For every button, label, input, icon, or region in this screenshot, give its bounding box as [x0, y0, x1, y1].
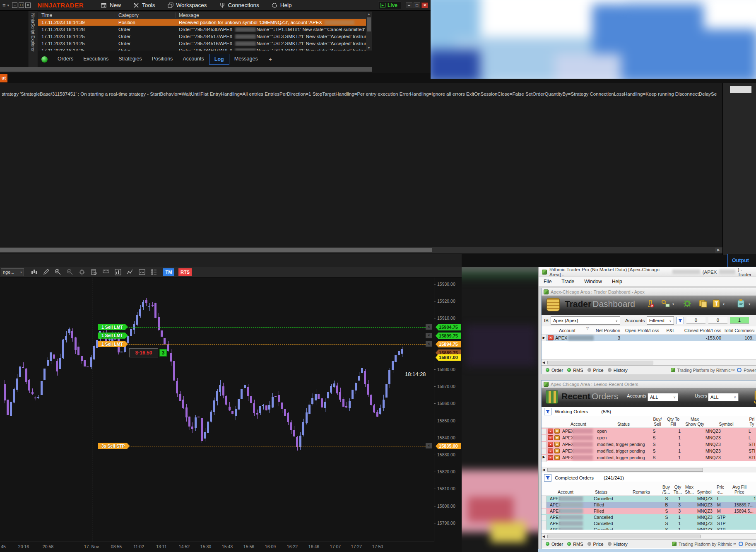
log-row[interactable]: 17.11.2023 18:14:25OrderOrder='795784517… [38, 33, 366, 40]
interval-dropdown[interactable]: nge... ▾ [1, 268, 24, 276]
tm-button[interactable]: TM [163, 268, 174, 276]
modify-order-icon[interactable]: M [554, 455, 560, 460]
scroll-left-icon[interactable]: ◀ [542, 535, 545, 538]
gear-icon[interactable] [682, 299, 692, 308]
order-label[interactable]: 1 Sell LMT [98, 333, 128, 339]
col-closed-pl[interactable]: Closed Profit/Loss [680, 328, 721, 333]
copy-folders-icon[interactable] [698, 299, 708, 308]
zoom-in-icon[interactable] [54, 268, 62, 276]
order-label[interactable]: 3s Sell STP [98, 443, 130, 449]
indicator-panel-icon[interactable] [114, 268, 122, 276]
close-button-left[interactable]: × [25, 2, 31, 8]
maximize-button[interactable]: □ [414, 2, 420, 8]
tab-messages[interactable]: Messages [229, 54, 263, 65]
working-order-row[interactable]: ×MAPEXopenS1MNQZ3L [542, 428, 756, 434]
list-properties-icon[interactable] [150, 268, 158, 276]
output-tab[interactable]: Output [727, 254, 756, 267]
cancel-order-icon[interactable]: × [426, 341, 432, 347]
close-button[interactable]: × [421, 2, 428, 8]
time-axis[interactable] [0, 542, 434, 542]
order-label[interactable]: 1 Sell LMT [98, 341, 128, 347]
text-doc-icon[interactable] [711, 299, 721, 308]
column-header[interactable]: Account [562, 422, 595, 427]
working-hscrollbar[interactable]: ◀ [542, 467, 756, 472]
menu-trade[interactable]: Trade [561, 279, 574, 284]
cancel-order-icon[interactable]: × [548, 455, 553, 460]
menu-tools[interactable]: Tools [133, 2, 155, 8]
tab-log[interactable]: Log [209, 54, 229, 65]
line-tool-icon[interactable] [126, 268, 134, 276]
menu-window[interactable]: Window [584, 279, 602, 284]
cancel-order-icon[interactable]: × [548, 435, 553, 440]
modify-order-icon[interactable]: M [554, 435, 560, 440]
cancel-order-icon[interactable]: × [548, 442, 553, 447]
working-order-row[interactable]: ×MAPEXmodified, trigger pendingS1MNQZ3ST… [542, 441, 756, 448]
scroll-thumb[interactable] [547, 361, 653, 364]
ninjascript-explorer-strip[interactable]: NinjaScript Explorer [29, 11, 38, 67]
cancel-order-icon[interactable]: × [426, 443, 432, 448]
system-menu-icon[interactable]: ≡ [2, 2, 6, 8]
chevron-down-icon[interactable]: ▾ [749, 302, 750, 306]
column-time[interactable]: Time [38, 12, 115, 18]
tab-positions[interactable]: Positions [147, 54, 178, 65]
column-category[interactable]: Category [115, 12, 176, 18]
column-header[interactable]: Max Sh... [683, 485, 696, 494]
unrealized-pnl-box[interactable]: $-16.50 [129, 348, 158, 357]
log-row[interactable]: 17.11.2023 18:14:28OrderOrder='795784530… [38, 26, 366, 33]
accounts-filter-select[interactable]: Filtered∨ [647, 316, 674, 325]
account-row[interactable]: ▶ × APEX 3 -153.00 109. [542, 335, 756, 341]
working-order-row[interactable]: ×MAPEXmodified, trigger pendingS1MNQZ3ST… [542, 448, 756, 454]
order-label[interactable]: 1 Sell LMT [98, 324, 128, 330]
col-pl[interactable]: P&L [663, 328, 678, 333]
keys-icon[interactable] [661, 299, 671, 308]
tab-accounts[interactable]: Accounts [178, 54, 209, 65]
scroll-thumb[interactable] [367, 17, 371, 31]
column-header[interactable]: Pri Ty [748, 417, 756, 427]
cancel-order-icon[interactable]: × [548, 448, 553, 453]
column-header[interactable]: Status [607, 422, 640, 427]
menu-file[interactable]: File [544, 279, 551, 284]
scroll-thumb[interactable] [547, 468, 703, 472]
measure-icon[interactable] [102, 268, 110, 276]
cancel-order-icon[interactable]: × [426, 324, 432, 330]
position-qty-badge[interactable]: 3 [159, 349, 167, 357]
log-row[interactable]: 17.11.2023 18:14:25OrderOrder='795784507… [38, 47, 366, 51]
paperclip-cancel-icon[interactable] [645, 299, 655, 308]
candlestick-style-icon[interactable] [30, 268, 38, 276]
col-net-position[interactable]: Net Position [594, 328, 620, 333]
data-box-icon[interactable] [90, 268, 98, 276]
snapshot-icon[interactable] [138, 268, 146, 276]
column-header[interactable]: Qty To Fill [665, 417, 681, 427]
column-header[interactable]: Avg Fill Price [728, 485, 751, 494]
column-header[interactable]: Remarks [625, 489, 658, 494]
tab-strategies[interactable]: Strategies [113, 54, 147, 65]
draw-pencil-icon[interactable] [42, 268, 50, 276]
zoom-out-icon[interactable] [66, 268, 74, 276]
column-header[interactable]: Max Show Qty [683, 417, 706, 427]
column-header[interactable]: Buy/ Sell [650, 417, 665, 427]
cancel-order-icon[interactable]: × [548, 429, 553, 434]
completed-order-row[interactable]: APEXCancelledS1MNQZ3STP [542, 514, 756, 521]
scroll-down-icon[interactable]: ▼ [366, 46, 372, 51]
column-header[interactable]: Qty To... [672, 485, 684, 494]
col-open-pl[interactable]: Open Profit/Loss [623, 328, 662, 333]
filter-funnel-icon[interactable] [544, 474, 551, 482]
scroll-left-icon[interactable]: ◀ [542, 468, 545, 472]
restore-button-left[interactable]: □ [19, 2, 24, 8]
working-order-row[interactable]: ×MAPEXopenS1MNQZ3L [542, 434, 756, 441]
close-position-icon[interactable]: × [548, 335, 554, 340]
filter-funnel-icon[interactable] [544, 408, 551, 415]
scroll-left-icon[interactable]: ◀ [542, 361, 545, 364]
price-axis[interactable] [434, 277, 434, 542]
scroll-up-icon[interactable]: ▲ [366, 12, 372, 17]
log-row[interactable]: 17.11.2023 18:14:25OrderOrder='795784516… [38, 40, 366, 47]
column-header[interactable]: Pric e... [715, 485, 726, 494]
completed-order-row[interactable]: APEXCancelledS1MNQZ3STP [542, 521, 756, 527]
dashboard-hscrollbar[interactable]: ◀ [542, 359, 756, 365]
scroll-right-icon[interactable]: ▶ [715, 248, 722, 253]
completed-order-row[interactable]: APEXCancelledS1MNQZ3L1 [542, 496, 756, 502]
chevron-down-icon[interactable]: ▾ [7, 3, 10, 7]
menu-workspaces[interactable]: Workspaces [168, 2, 207, 8]
completed-order-row[interactable]: APEXFilledS3MNQZ3M15894.5... [542, 508, 756, 514]
chevron-down-icon[interactable]: ▾ [672, 302, 674, 306]
